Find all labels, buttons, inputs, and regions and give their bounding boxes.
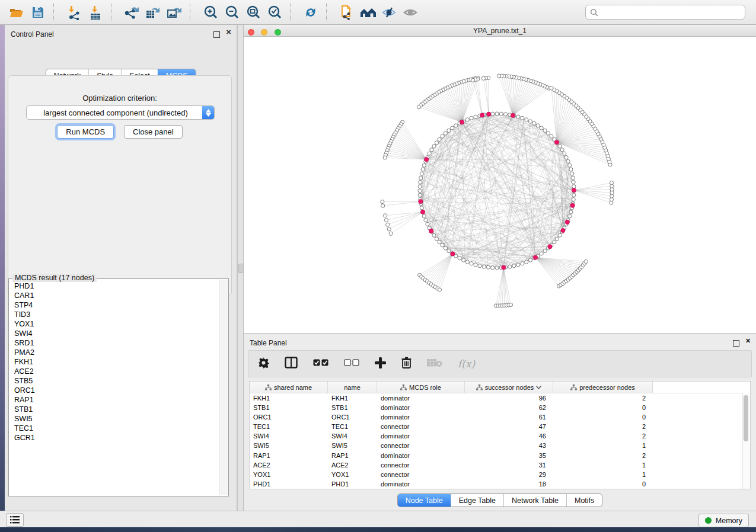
- export-image-button[interactable]: [164, 2, 185, 23]
- float-icon: [733, 340, 739, 347]
- cell: ORC1: [328, 412, 377, 422]
- mcds-result-item[interactable]: STP4: [9, 300, 219, 310]
- split-columns-button[interactable]: [285, 357, 298, 371]
- cell: 35: [465, 451, 553, 460]
- mcds-result-item[interactable]: STB1: [9, 405, 219, 414]
- cell: SWI5: [250, 441, 328, 451]
- column-header-shared-name[interactable]: shared name: [250, 382, 328, 393]
- split-pane-divider[interactable]: [237, 25, 244, 511]
- tab-network-table[interactable]: Network Table: [503, 494, 566, 507]
- tab-node-table[interactable]: Node Table: [398, 494, 451, 507]
- table-tabs-row: Node TableEdge TableNetwork TableMotifs: [244, 493, 756, 507]
- float-icon: [213, 31, 220, 38]
- column-header-MCDS-role[interactable]: MCDS role: [377, 382, 465, 393]
- checked-boxes-icon: [313, 359, 328, 367]
- table-row[interactable]: RAP1RAP1dominator352: [250, 451, 750, 460]
- export-network-button[interactable]: [121, 2, 142, 23]
- import-network-icon: [66, 5, 82, 20]
- mcds-result-item[interactable]: ORC1: [9, 386, 219, 395]
- mcds-result-item[interactable]: PMA2: [9, 348, 219, 357]
- show-all-nodes-button[interactable]: [358, 2, 379, 23]
- show-panels-button[interactable]: [6, 513, 24, 527]
- mcds-result-item[interactable]: SRD1: [9, 338, 219, 348]
- tab-edge-table[interactable]: Edge Table: [451, 494, 503, 507]
- clone-network-button[interactable]: [336, 2, 358, 23]
- table-row[interactable]: STB1STB1dominator620: [250, 403, 750, 412]
- table-row[interactable]: SWI5SWI5connector431: [250, 441, 750, 451]
- table-row[interactable]: SWI4SWI4dominator462: [250, 432, 750, 441]
- mcds-result-item[interactable]: YOX1: [9, 319, 219, 329]
- cell: ACE2: [250, 460, 328, 470]
- cell: connector: [377, 470, 465, 480]
- mcds-result-list[interactable]: PHD1CAR1STP4TID3YOX1SWI4SRD1PMA2FKH1ACE2…: [9, 281, 219, 495]
- table-row[interactable]: ORC1ORC1dominator610: [250, 412, 750, 422]
- close-panel-button[interactable]: ✕: [225, 29, 232, 36]
- export-image-icon: [166, 5, 183, 20]
- mcds-result-item[interactable]: GCR1: [9, 433, 219, 443]
- select-all-button[interactable]: [313, 358, 328, 369]
- zoom-fit-button[interactable]: [243, 2, 264, 23]
- save-session-button[interactable]: [27, 2, 49, 23]
- mcds-result-item[interactable]: STB5: [9, 376, 219, 386]
- control-panel: Control Panel ✕ NetworkStyleSelectMCDS O…: [5, 25, 237, 511]
- mcds-result-item[interactable]: TEC1: [9, 424, 219, 433]
- mcds-result-item[interactable]: SWI4: [9, 329, 219, 338]
- column-header-successor-nodes[interactable]: successor nodes: [465, 382, 553, 393]
- deselect-all-button[interactable]: [344, 358, 359, 369]
- mcds-result-item[interactable]: PHD1: [9, 281, 219, 291]
- optimization-criterion-dropdown[interactable]: largest connected component (undirected): [26, 105, 215, 120]
- hierarchy-icon: [570, 384, 577, 390]
- cell: dominator: [377, 451, 465, 460]
- tab-motifs[interactable]: Motifs: [566, 494, 602, 507]
- hide-selected-button[interactable]: [379, 2, 400, 23]
- mcds-result-item[interactable]: CAR1: [9, 291, 219, 300]
- memory-button[interactable]: Memory: [698, 514, 749, 527]
- add-column-button[interactable]: [375, 357, 386, 371]
- mcds-list-scrollbar[interactable]: [219, 280, 228, 495]
- zoom-selected-button[interactable]: [264, 2, 285, 23]
- function-builder-button[interactable]: f(x): [458, 358, 475, 370]
- status-bar: Memory: [0, 511, 756, 527]
- import-table-button[interactable]: [85, 2, 106, 23]
- close-icon: ✕: [226, 28, 231, 36]
- column-header-name[interactable]: name: [328, 382, 377, 393]
- cell: 61: [465, 412, 553, 422]
- search-input[interactable]: [601, 8, 745, 17]
- delete-table-button[interactable]: [427, 358, 442, 370]
- export-table-button[interactable]: [142, 2, 164, 23]
- network-canvas[interactable]: [244, 37, 756, 333]
- table-float-button[interactable]: [733, 338, 739, 349]
- table-close-button[interactable]: ✕: [745, 338, 751, 344]
- column-header-predecessor-nodes[interactable]: predecessor nodes: [553, 382, 653, 393]
- import-network-button[interactable]: [63, 2, 85, 23]
- table-row[interactable]: YOX1YOX1connector291: [250, 470, 750, 480]
- table-settings-button[interactable]: [258, 357, 269, 371]
- open-file-button[interactable]: [6, 2, 27, 23]
- table-row[interactable]: FKH1FKH1dominator962: [250, 393, 750, 403]
- delete-column-button[interactable]: [401, 357, 412, 371]
- show-hidden-button[interactable]: [400, 2, 422, 23]
- table-row[interactable]: PHD1PHD1dominator180: [250, 480, 750, 489]
- run-mcds-button[interactable]: Run MCDS: [57, 125, 114, 139]
- mcds-result-item[interactable]: SWI5: [9, 414, 219, 424]
- cell: TEC1: [328, 422, 377, 432]
- network-window-titlebar: YPA_prune.txt_1: [244, 25, 756, 37]
- mcds-result-item[interactable]: FKH1: [9, 357, 219, 367]
- cell: YOX1: [250, 470, 328, 480]
- cell: 1: [553, 470, 653, 480]
- close-panel-button-mcds[interactable]: Close panel: [124, 125, 183, 139]
- mcds-result-item[interactable]: ACE2: [9, 367, 219, 376]
- zoom-out-button[interactable]: [221, 2, 243, 23]
- table-row[interactable]: ACE2ACE2connector311: [250, 460, 750, 470]
- cell: connector: [377, 422, 465, 432]
- table-body: FKH1FKH1dominator962STB1STB1dominator620…: [250, 393, 750, 489]
- close-icon: ✕: [745, 337, 751, 345]
- zoom-in-button[interactable]: [200, 2, 221, 23]
- table-scrollbar[interactable]: [742, 393, 750, 489]
- table-row[interactable]: TEC1TEC1connector472: [250, 422, 750, 432]
- search-field[interactable]: [585, 5, 745, 20]
- mcds-result-item[interactable]: TID3: [9, 310, 219, 319]
- refresh-button[interactable]: [300, 2, 321, 23]
- float-window-button[interactable]: [213, 30, 220, 40]
- mcds-result-item[interactable]: RAP1: [9, 395, 219, 405]
